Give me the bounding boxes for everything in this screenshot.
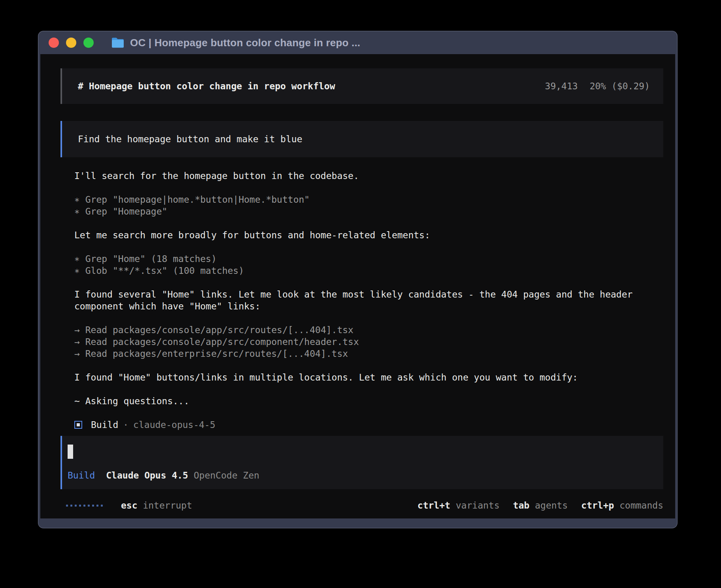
hint-key: ctrl+p — [581, 499, 614, 511]
hint-agents: tab agents — [513, 499, 568, 511]
assistant-text: I'll search for the homepage button in t… — [74, 170, 663, 182]
session-header: # Homepage button color change in repo w… — [60, 68, 663, 104]
assistant-text: I found "Home" buttons/links in multiple… — [74, 371, 663, 383]
user-message-text: Find the homepage button and make it blu… — [78, 133, 302, 145]
tool-call-read: →Read packages/enterprise/src/routes/[..… — [74, 348, 663, 360]
terminal-window: OC | Homepage button color change in rep… — [38, 31, 678, 528]
hint-variants: ctrl+t variants — [417, 499, 500, 511]
statusbar-left: esc interrupt — [60, 499, 192, 511]
token-count: 39,413 — [545, 80, 578, 92]
agent-model: claude-opus-4-5 — [133, 419, 215, 431]
tool-call-grep: ∗Grep "Home" (18 matches) — [74, 253, 663, 265]
hint-label: interrupt — [143, 499, 192, 511]
close-button[interactable] — [49, 38, 59, 48]
hint-key: ctrl+t — [417, 499, 450, 511]
session-title: # Homepage button color change in repo w… — [78, 80, 335, 92]
tool-call-read: →Read packages/console/app/src/component… — [74, 336, 663, 348]
zoom-button[interactable] — [83, 38, 94, 48]
tool-call-grep: ∗Grep "homepage|home.*button|Home.*butto… — [74, 194, 663, 205]
tool-prefix: ∗ — [74, 266, 80, 276]
tool-call-text: Read packages/console/app/src/routes/[..… — [85, 325, 354, 335]
dot-separator: · — [123, 419, 128, 431]
spinner-dots-icon — [66, 505, 103, 507]
hint-label: variants — [456, 499, 500, 511]
terminal-content: # Homepage button color change in repo w… — [40, 54, 675, 518]
hint-commands: ctrl+p commands — [581, 499, 663, 511]
model-indicator[interactable]: Claude Opus 4.5 — [106, 469, 188, 481]
mode-indicator[interactable]: Build — [68, 469, 95, 481]
tool-call-grep: ∗Grep "Homepage" — [74, 205, 663, 217]
statusbar-right: ctrl+t variants tab agents ctrl+p comman… — [417, 499, 663, 511]
arrow-icon: → — [74, 337, 80, 347]
tool-call-text: Grep "Homepage" — [85, 206, 168, 217]
statusbar: esc interrupt ctrl+t variants tab agents… — [60, 499, 663, 511]
tool-prefix: ∗ — [74, 254, 80, 264]
tool-call-text: Read packages/console/app/src/component/… — [85, 337, 359, 347]
window-title: OC | Homepage button color change in rep… — [130, 37, 360, 49]
tool-prefix: ∗ — [74, 194, 80, 205]
window-bottom-frame — [38, 518, 677, 528]
tool-call-glob: ∗Glob "**/*.tsx" (100 matches) — [74, 265, 663, 277]
assistant-text: Let me search more broadly for buttons a… — [74, 229, 663, 241]
traffic-lights — [49, 38, 94, 48]
titlebar[interactable]: OC | Homepage button color change in rep… — [38, 31, 677, 54]
status-text: ~ Asking questions... — [74, 395, 663, 407]
tool-call-read: →Read packages/console/app/src/routes/[.… — [74, 324, 663, 336]
context-usage: 20% ($0.29) — [590, 80, 650, 92]
minimize-button[interactable] — [66, 38, 76, 48]
input-footer: Build Claude Opus 4.5 OpenCode Zen — [68, 469, 655, 481]
session-stats: 39,413 20% ($0.29) — [545, 80, 650, 92]
tool-prefix: ∗ — [74, 206, 80, 217]
tool-call-text: Glob "**/*.tsx" (100 matches) — [85, 266, 244, 276]
hint-key: esc — [121, 499, 138, 511]
provider-indicator: OpenCode Zen — [194, 469, 259, 481]
tool-call-text: Grep "homepage|home.*button|Home.*button… — [85, 194, 310, 205]
agent-name: Build — [91, 419, 118, 431]
folder-icon — [111, 37, 125, 48]
arrow-icon: → — [74, 349, 80, 359]
agent-badge-icon — [74, 421, 82, 429]
text-cursor — [68, 445, 73, 459]
hint-key: tab — [513, 499, 530, 511]
user-message: Find the homepage button and make it blu… — [60, 121, 663, 157]
hint-label: agents — [535, 499, 568, 511]
agent-badge: Build · claude-opus-4-5 — [74, 419, 663, 431]
assistant-text: I found several "Home" links. Let me loo… — [74, 288, 663, 312]
assistant-transcript: I'll search for the homepage button in t… — [60, 170, 663, 431]
hint-interrupt: esc interrupt — [121, 499, 192, 511]
hint-label: commands — [619, 499, 663, 511]
tool-call-text: Read packages/enterprise/src/routes/[...… — [85, 349, 348, 359]
arrow-icon: → — [74, 325, 80, 335]
tool-call-text: Grep "Home" (18 matches) — [85, 254, 217, 264]
prompt-input[interactable]: Build Claude Opus 4.5 OpenCode Zen — [60, 436, 663, 489]
